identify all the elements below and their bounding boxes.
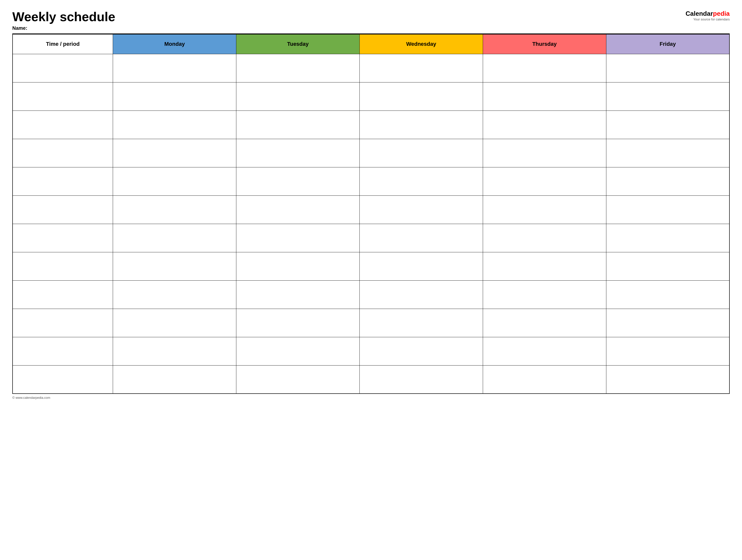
time-cell[interactable] — [12, 195, 113, 224]
table-row — [12, 252, 730, 280]
schedule-cell[interactable] — [606, 337, 730, 365]
time-cell[interactable] — [12, 309, 113, 337]
schedule-cell[interactable] — [113, 224, 236, 252]
schedule-cell[interactable] — [236, 82, 360, 111]
table-header-row: Time / period Monday Tuesday Wednesday T… — [12, 34, 730, 54]
table-row — [12, 82, 730, 111]
time-cell[interactable] — [12, 167, 113, 195]
schedule-cell[interactable] — [606, 111, 730, 139]
schedule-cell[interactable] — [360, 252, 483, 280]
schedule-cell[interactable] — [483, 82, 606, 111]
schedule-cell[interactable] — [236, 54, 360, 82]
schedule-cell[interactable] — [113, 365, 236, 394]
time-cell[interactable] — [12, 252, 113, 280]
schedule-cell[interactable] — [606, 280, 730, 309]
schedule-cell[interactable] — [236, 224, 360, 252]
schedule-cell[interactable] — [606, 365, 730, 394]
time-cell[interactable] — [12, 111, 113, 139]
schedule-cell[interactable] — [360, 167, 483, 195]
schedule-cell[interactable] — [113, 111, 236, 139]
schedule-cell[interactable] — [360, 365, 483, 394]
schedule-body — [12, 54, 730, 394]
schedule-cell[interactable] — [236, 167, 360, 195]
schedule-cell[interactable] — [236, 337, 360, 365]
col-header-thursday: Thursday — [483, 34, 606, 54]
schedule-cell[interactable] — [236, 139, 360, 167]
schedule-cell[interactable] — [236, 365, 360, 394]
schedule-cell[interactable] — [360, 139, 483, 167]
schedule-cell[interactable] — [606, 139, 730, 167]
schedule-cell[interactable] — [113, 167, 236, 195]
schedule-cell[interactable] — [606, 309, 730, 337]
time-cell[interactable] — [12, 280, 113, 309]
schedule-cell[interactable] — [606, 195, 730, 224]
schedule-cell[interactable] — [360, 195, 483, 224]
schedule-cell[interactable] — [606, 167, 730, 195]
schedule-cell[interactable] — [236, 252, 360, 280]
time-cell[interactable] — [12, 337, 113, 365]
schedule-cell[interactable] — [113, 139, 236, 167]
schedule-cell[interactable] — [236, 195, 360, 224]
page-title: Weekly schedule — [12, 10, 686, 24]
schedule-cell[interactable] — [360, 111, 483, 139]
schedule-cell[interactable] — [483, 195, 606, 224]
schedule-cell[interactable] — [483, 280, 606, 309]
schedule-cell[interactable] — [606, 252, 730, 280]
schedule-cell[interactable] — [236, 280, 360, 309]
schedule-cell[interactable] — [483, 252, 606, 280]
table-row — [12, 365, 730, 394]
schedule-cell[interactable] — [483, 111, 606, 139]
time-cell[interactable] — [12, 139, 113, 167]
table-row — [12, 167, 730, 195]
col-header-monday: Monday — [113, 34, 236, 54]
logo-section: Calendarpedia Your source for calendars — [686, 10, 730, 21]
time-cell[interactable] — [12, 365, 113, 394]
col-header-wednesday: Wednesday — [360, 34, 483, 54]
logo-tagline: Your source for calendars — [686, 17, 730, 21]
schedule-cell[interactable] — [236, 309, 360, 337]
schedule-cell[interactable] — [483, 337, 606, 365]
table-row — [12, 224, 730, 252]
schedule-cell[interactable] — [606, 82, 730, 111]
table-row — [12, 139, 730, 167]
schedule-cell[interactable] — [113, 195, 236, 224]
time-cell[interactable] — [12, 82, 113, 111]
table-row — [12, 54, 730, 82]
schedule-cell[interactable] — [113, 280, 236, 309]
schedule-cell[interactable] — [483, 139, 606, 167]
schedule-cell[interactable] — [483, 167, 606, 195]
schedule-cell[interactable] — [360, 82, 483, 111]
schedule-cell[interactable] — [113, 337, 236, 365]
schedule-cell[interactable] — [113, 82, 236, 111]
schedule-cell[interactable] — [483, 365, 606, 394]
table-row — [12, 280, 730, 309]
schedule-cell[interactable] — [113, 252, 236, 280]
col-header-time: Time / period — [12, 34, 113, 54]
schedule-cell[interactable] — [360, 224, 483, 252]
schedule-cell[interactable] — [606, 54, 730, 82]
schedule-cell[interactable] — [483, 54, 606, 82]
schedule-cell[interactable] — [360, 54, 483, 82]
schedule-cell[interactable] — [113, 54, 236, 82]
schedule-cell[interactable] — [606, 224, 730, 252]
header-area: Weekly schedule Name: Calendarpedia Your… — [12, 10, 730, 31]
col-header-tuesday: Tuesday — [236, 34, 360, 54]
schedule-table: Time / period Monday Tuesday Wednesday T… — [12, 34, 730, 394]
logo-text: Calendarpedia — [686, 10, 730, 17]
table-row — [12, 111, 730, 139]
title-section: Weekly schedule Name: — [12, 10, 686, 31]
schedule-cell[interactable] — [360, 337, 483, 365]
footer-text: © www.calendarpedia.com — [12, 396, 50, 399]
table-row — [12, 195, 730, 224]
schedule-cell[interactable] — [360, 309, 483, 337]
schedule-cell[interactable] — [483, 309, 606, 337]
logo-pedia-part: pedia — [713, 10, 730, 17]
name-label: Name: — [12, 25, 686, 31]
schedule-cell[interactable] — [360, 280, 483, 309]
schedule-cell[interactable] — [483, 224, 606, 252]
schedule-cell[interactable] — [236, 111, 360, 139]
time-cell[interactable] — [12, 224, 113, 252]
schedule-cell[interactable] — [113, 309, 236, 337]
table-row — [12, 337, 730, 365]
time-cell[interactable] — [12, 54, 113, 82]
